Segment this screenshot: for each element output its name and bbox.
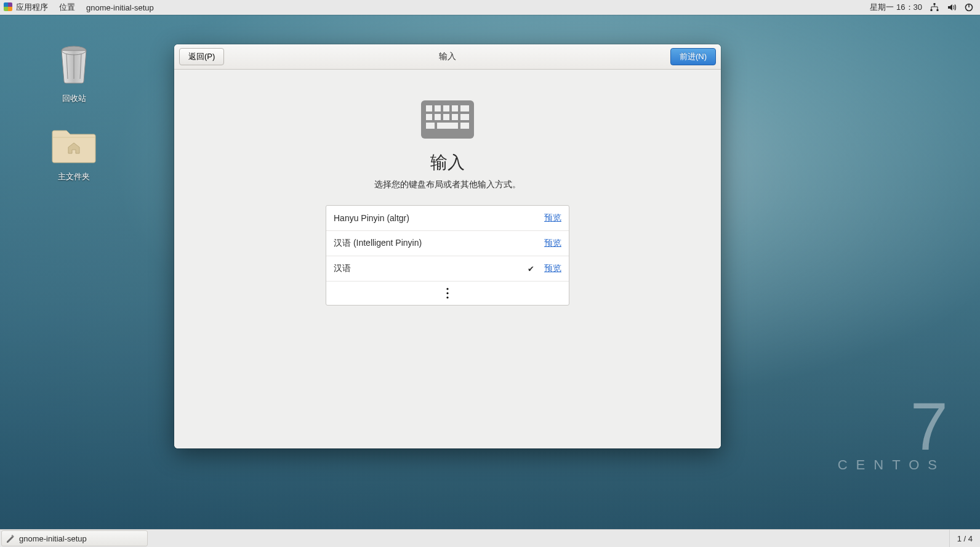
svg-point-21	[446, 288, 448, 290]
svg-point-23	[446, 296, 448, 298]
keyboard-layout-list: Hanyu Pinyin (altgr) 预览 汉语 (Intelligent …	[326, 205, 569, 306]
layout-name: Hanyu Pinyin (altgr)	[334, 213, 524, 223]
svg-rect-9	[435, 105, 441, 111]
desktop-icon-home[interactable]: 主文件夹	[37, 126, 111, 182]
centos-logo-icon	[4, 2, 12, 11]
desktop-icon-trash[interactable]: 回收站	[37, 43, 111, 104]
keyboard-icon	[420, 99, 475, 140]
desktop-icon-trash-label: 回收站	[37, 93, 111, 104]
layout-row[interactable]: 汉语 (Intelligent Pinyin) 预览	[326, 231, 569, 256]
svg-rect-1	[931, 9, 933, 11]
active-app-menu[interactable]: gnome-initial-setup	[86, 3, 154, 12]
dialog-body: 输入 选择您的键盘布局或者其他输入方式。 Hanyu Pinyin (altgr…	[174, 70, 721, 448]
svg-rect-2	[937, 9, 939, 11]
taskbar-item[interactable]: gnome-initial-setup	[1, 530, 148, 546]
desktop-icon-home-label: 主文件夹	[37, 171, 111, 182]
svg-rect-12	[460, 105, 469, 111]
next-button[interactable]: 前进(N)	[670, 48, 716, 65]
svg-rect-10	[443, 105, 449, 111]
svg-rect-16	[452, 114, 458, 120]
svg-rect-13	[426, 114, 432, 120]
power-icon[interactable]	[964, 2, 974, 12]
volume-icon[interactable]	[947, 2, 957, 12]
svg-point-22	[446, 292, 448, 294]
svg-rect-19	[437, 123, 458, 129]
panel-clock[interactable]: 星期一 16：30	[870, 2, 922, 13]
layout-preview-link[interactable]: 预览	[544, 238, 561, 249]
svg-rect-8	[426, 105, 432, 111]
back-button[interactable]: 返回(P)	[179, 48, 224, 65]
applications-menu-label: 应用程序	[16, 2, 48, 12]
dialog-title: 输入	[224, 51, 670, 62]
layout-preview-link[interactable]: 预览	[544, 213, 561, 224]
layout-row[interactable]: Hanyu Pinyin (altgr) 预览	[326, 206, 569, 231]
applications-menu[interactable]: 应用程序	[4, 2, 48, 13]
places-menu[interactable]: 位置	[59, 2, 75, 13]
svg-rect-14	[435, 114, 441, 120]
top-panel: 应用程序 位置 gnome-initial-setup 星期一 16：30	[0, 0, 980, 15]
svg-rect-18	[426, 123, 435, 129]
layout-preview-link[interactable]: 预览	[544, 263, 561, 274]
workspace-indicator[interactable]: 1 / 4	[949, 530, 980, 547]
network-icon[interactable]	[930, 2, 939, 12]
layout-name: 汉语 (Intelligent Pinyin)	[334, 238, 524, 249]
page-heading: 输入	[430, 151, 465, 174]
layout-check-icon: ✔	[524, 264, 537, 274]
initial-setup-window: 返回(P) 输入 前进(N) 输入 选择您的键盘布局或者其他输入方式。 Hany…	[174, 44, 721, 448]
layout-name: 汉语	[334, 263, 524, 274]
svg-rect-20	[460, 123, 469, 129]
more-layouts-button[interactable]	[326, 282, 569, 305]
vertical-dots-icon	[446, 288, 449, 299]
preferences-icon	[6, 533, 15, 543]
taskbar-item-label: gnome-initial-setup	[19, 534, 87, 543]
svg-rect-0	[934, 3, 936, 5]
dialog-header: 返回(P) 输入 前进(N)	[174, 44, 721, 70]
page-subtitle: 选择您的键盘布局或者其他输入方式。	[374, 179, 521, 190]
svg-rect-15	[443, 114, 449, 120]
svg-rect-17	[460, 114, 469, 120]
home-folder-icon	[50, 126, 98, 164]
layout-row[interactable]: 汉语 ✔ 预览	[326, 256, 569, 282]
bottom-panel: gnome-initial-setup 1 / 4	[0, 529, 980, 547]
svg-rect-11	[452, 105, 458, 111]
trash-icon	[57, 43, 91, 86]
